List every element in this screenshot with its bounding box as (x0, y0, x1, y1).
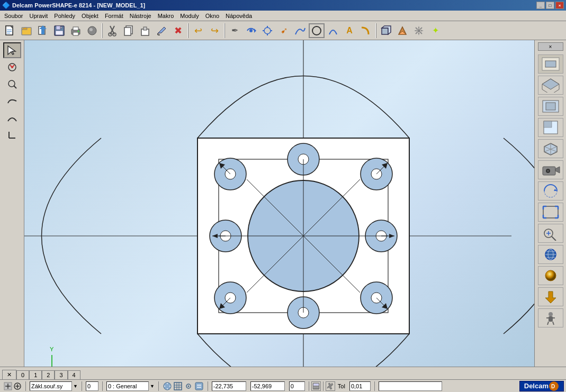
x-coord-input[interactable] (212, 381, 246, 391)
sphere-button[interactable] (84, 23, 100, 38)
app-icon: 🔷 (2, 2, 10, 9)
arc-button[interactable] (325, 23, 341, 38)
svg-point-41 (417, 29, 420, 32)
svg-point-17 (89, 28, 93, 31)
redo-button[interactable]: ↪ (206, 23, 222, 38)
fillet-button[interactable] (358, 23, 374, 38)
menu-okno[interactable]: Okno (202, 11, 222, 21)
svg-rect-4 (7, 33, 10, 33)
app-title: Delcam PowerSHAPE-e 8214 - [NEW_MODEL_1] (12, 2, 145, 8)
sep-6 (309, 381, 309, 391)
extra-button[interactable]: ✦ (427, 23, 443, 38)
menu-objekt[interactable]: Objekt (78, 11, 102, 21)
menu-nastroje[interactable]: Nástroje (127, 11, 155, 21)
pan-tool[interactable] (3, 93, 21, 109)
settings-button[interactable] (411, 23, 427, 38)
menu-napoveda[interactable]: Nápověda (222, 11, 255, 21)
surface-button[interactable] (394, 23, 410, 38)
tool-settings-button[interactable] (326, 381, 335, 391)
snap-button[interactable] (259, 23, 275, 38)
svg-point-15 (78, 30, 79, 32)
calculator-button[interactable] (311, 381, 321, 391)
origin-icon[interactable] (184, 381, 193, 391)
grid-icon[interactable] (173, 381, 183, 391)
zoom-fit-button[interactable] (538, 203, 563, 222)
svg-rect-36 (382, 28, 388, 34)
view-iso-button[interactable] (538, 76, 563, 95)
snap-icon[interactable] (163, 381, 172, 391)
z-coord-container (288, 381, 307, 391)
tab-1[interactable]: 1 (29, 370, 42, 379)
sep-4 (158, 381, 159, 391)
general-dropdown[interactable]: ▼ (150, 384, 155, 389)
erase-button[interactable]: ✖ (170, 23, 186, 38)
menu-format[interactable]: Formát (102, 11, 127, 21)
cut-button[interactable] (104, 23, 120, 38)
calc-icon[interactable] (194, 381, 204, 391)
figure-button[interactable] (538, 308, 563, 327)
toolbar: ✖ ↩ ↪ ✒ ➹ A ✦ (0, 21, 566, 40)
zoom-box-button[interactable] (538, 224, 563, 243)
up-button[interactable] (35, 23, 51, 38)
svg-line-46 (14, 86, 16, 88)
y-coord-input[interactable] (250, 381, 285, 391)
rotate-right-button[interactable] (538, 181, 563, 200)
circle-button[interactable] (309, 23, 325, 38)
print-button[interactable] (68, 23, 84, 38)
arrow-down-button[interactable] (538, 287, 563, 306)
svg-point-126 (545, 270, 556, 281)
text-field-input[interactable] (379, 381, 442, 391)
undo-button[interactable]: ↩ (190, 23, 206, 38)
maximize-button[interactable]: □ (546, 2, 554, 9)
paste-button[interactable] (137, 23, 153, 38)
minimize-button[interactable]: _ (536, 2, 545, 9)
text-button[interactable]: A (342, 23, 357, 38)
save-button[interactable] (51, 23, 67, 38)
curve-button[interactable] (292, 23, 308, 38)
svg-line-132 (547, 322, 549, 325)
rotate-button[interactable] (243, 23, 259, 38)
right-panel-close[interactable]: × (538, 42, 563, 51)
view-front-button[interactable] (538, 54, 563, 74)
general-input[interactable] (106, 381, 149, 391)
box3d-button[interactable] (378, 23, 394, 38)
tab-4[interactable]: 4 (68, 370, 80, 379)
zoom-out-tool[interactable] (3, 110, 21, 126)
x-coord-container (210, 381, 248, 391)
rotate-view-tool[interactable] (3, 59, 21, 75)
menu-upravit[interactable]: Upravit (26, 11, 51, 21)
copy-button[interactable] (121, 23, 137, 38)
camera-button[interactable] (538, 160, 563, 179)
tab-3[interactable]: 3 (55, 370, 67, 379)
arrow-button[interactable]: ➹ (276, 23, 292, 38)
pen-button[interactable]: ✒ (227, 23, 242, 38)
edit-button[interactable] (154, 23, 169, 38)
new-button[interactable] (2, 23, 18, 38)
corner-tool[interactable] (3, 127, 21, 143)
z-coord-input[interactable] (289, 381, 305, 391)
menu-makro[interactable]: Makro (155, 11, 177, 21)
open-button[interactable] (19, 23, 34, 38)
coord-system-input[interactable] (30, 381, 72, 391)
close-button[interactable]: × (555, 2, 564, 9)
view-3d-button[interactable] (538, 139, 563, 158)
tab-2[interactable]: 2 (42, 370, 55, 379)
zoom-circle-tool[interactable] (3, 76, 21, 92)
canvas-area[interactable]: Y X Z (24, 40, 534, 367)
view-side-button[interactable] (538, 118, 563, 137)
level-input[interactable] (86, 381, 98, 391)
tab-0[interactable]: 0 (16, 370, 29, 379)
view-top-button[interactable] (538, 97, 563, 116)
sep-2 (82, 381, 82, 391)
svg-line-118 (552, 236, 556, 241)
gold-sphere-button[interactable] (538, 266, 563, 285)
menu-moduly[interactable]: Moduly (177, 11, 202, 21)
tab-close[interactable]: ✕ (2, 370, 16, 379)
tol-label: Tol (338, 383, 345, 389)
select-tool[interactable] (3, 42, 21, 58)
menu-pohledy[interactable]: Pohledy (51, 11, 78, 21)
coord-system-dropdown[interactable]: ▼ (73, 384, 78, 389)
tol-input[interactable] (349, 381, 371, 391)
menu-soubor[interactable]: Soubor (1, 11, 26, 21)
globe-button[interactable] (538, 245, 563, 264)
